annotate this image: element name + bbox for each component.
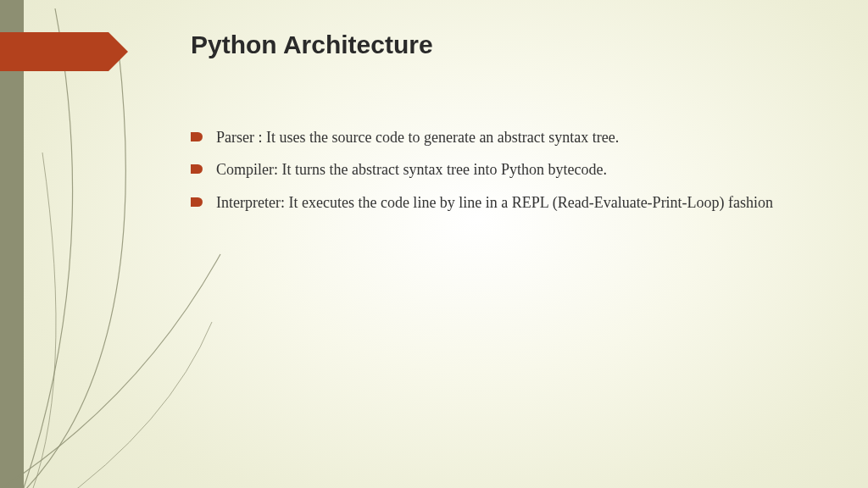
bullet-text: Interpreter: It executes the code line b… <box>216 192 809 213</box>
bullet-text: Compiler: It turns the abstract syntax t… <box>216 159 809 180</box>
bullet-item: Parser : It uses the source code to gene… <box>191 127 809 147</box>
left-accent-stripe <box>0 0 24 488</box>
decorative-grass-curves <box>0 0 868 488</box>
bullet-item: Compiler: It turns the abstract syntax t… <box>191 159 809 180</box>
slide-body: Parser : It uses the source code to gene… <box>191 127 809 225</box>
bullet-item: Interpreter: It executes the code line b… <box>191 192 809 213</box>
slide-title: Python Architecture <box>191 30 433 59</box>
title-banner <box>0 32 108 71</box>
bullet-icon <box>191 197 203 207</box>
bullet-icon <box>191 164 203 174</box>
bullet-icon <box>191 132 203 141</box>
banner-arrow-shape <box>0 32 108 71</box>
bullet-text: Parser : It uses the source code to gene… <box>216 127 809 147</box>
